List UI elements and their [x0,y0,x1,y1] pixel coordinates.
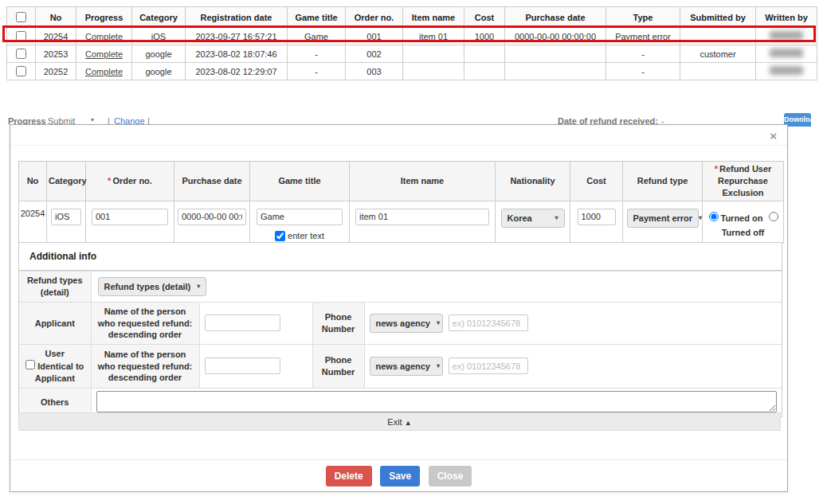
download-button[interactable]: Download [784,113,811,127]
col-progress: Progress [76,7,132,28]
hdr-item-name: Item name [350,162,496,201]
written-by-redacted [770,31,803,40]
enter-text-checkbox[interactable] [275,231,285,241]
cell-cost: 1000 [464,28,505,45]
close-button[interactable]: Close [429,466,472,486]
required-marker: * [715,164,718,174]
user-label: User Identical to Applicant [19,345,91,389]
page: No Progress Category Registration date G… [0,0,823,504]
turned-on-label: Turned on [720,213,762,223]
col-type: Type [606,7,680,28]
nationality-select[interactable]: Korea▾ [501,209,565,228]
col-category: Category [132,7,186,28]
cell-purchase-date [505,45,606,63]
item-name-input[interactable] [355,209,489,225]
chevron-down-icon: ▾ [197,283,200,290]
cell-category: google [132,45,186,63]
col-written-by: Written by [756,7,817,28]
order-no-input[interactable] [92,209,168,225]
cell-registration-date: 2023-08-02 18:07:46 [186,45,288,63]
row-checkbox[interactable] [16,49,26,59]
refund-detail-modal: × No Category *Order no. Purchase date G… [10,124,788,492]
written-by-redacted [770,66,803,75]
hdr-category: Category [47,162,86,201]
cell-category: google [132,63,186,80]
cell-item-name [403,45,464,63]
table-header-row: No Progress Category Registration date G… [7,7,817,28]
form-value-row: 20254 enter text Korea▾ Payment error▾ T… [19,201,784,243]
applicant-phone-input[interactable] [449,315,528,331]
cell-no: 20253 [36,45,76,63]
progress-link[interactable]: Complete [85,49,123,59]
chevron-down-icon: ▾ [699,214,702,221]
refund-types-select[interactable]: Refund types (detail)▾ [98,277,207,296]
category-input[interactable] [51,209,81,225]
chevron-down-icon: ▾ [437,362,440,369]
cost-input[interactable] [578,209,616,225]
hdr-no: No [19,162,47,201]
col-cost: Cost [464,7,505,28]
game-title-input[interactable] [257,209,343,225]
row-checkbox[interactable] [16,31,26,41]
cell-order-no: 002 [346,45,403,63]
row-checkbox[interactable] [16,66,26,76]
user-name-input[interactable] [205,357,280,374]
cell-submitted-by [680,63,756,80]
required-marker: * [108,176,111,186]
chevron-down-icon: ▾ [437,319,440,326]
applicant-phone-label: Phone Number [312,302,364,345]
table-row: 20253 Complete google 2023-08-02 18:07:4… [7,45,817,63]
exit-toggle-bar[interactable]: Exit ▲ [18,412,781,431]
cell-order-no: 001 [346,28,403,45]
close-icon[interactable]: × [770,131,777,142]
refund-list-table: No Progress Category Registration date G… [6,6,817,80]
col-game-title: Game title [288,7,346,28]
save-button[interactable]: Save [380,466,420,486]
progress-link[interactable]: Complete [85,67,123,76]
user-carrier-select[interactable]: news agency▾ [370,357,443,376]
cell-type: - [606,45,680,63]
user-name-label: Name of the person who requested refund:… [91,345,199,389]
turned-on-radio[interactable] [709,212,719,221]
form-header-row: No Category *Order no. Purchase date Gam… [19,162,784,201]
enter-text-label: enter text [288,231,324,240]
chevron-down-icon: ▾ [555,214,558,221]
identical-to-applicant-checkbox[interactable] [25,360,35,369]
refund-type-select[interactable]: Payment error▾ [627,209,699,228]
table-row: 20254 Complete iOS 2023-09-27 16:57:21 G… [7,28,817,45]
cell-purchase-date [505,63,606,80]
purchase-date-input[interactable] [178,209,246,225]
modal-footer: Delete Save Close [10,466,787,486]
select-all-checkbox[interactable] [16,12,26,22]
col-submitted-by: Submitted by [680,7,756,28]
turned-off-label: Turned off [722,228,765,237]
hdr-purchase-date: Purchase date [174,162,250,201]
cell-no: 20252 [36,63,76,80]
hdr-nationality: Nationality [496,162,570,201]
applicant-name-input[interactable] [205,315,280,331]
cell-order-no: 003 [346,63,403,80]
delete-button[interactable]: Delete [326,466,372,486]
cell-cost [464,63,505,80]
additional-info-title: Additional info [19,243,782,271]
written-by-redacted [770,49,803,57]
repurchase-exclusion-radios: Turned on Turned off [703,209,782,240]
others-textarea[interactable] [96,391,778,412]
cell-registration-date: 2023-08-02 12:29:07 [186,63,288,80]
cell-no: 20254 [36,28,76,45]
hdr-game-title: Game title [250,162,350,201]
col-item-name: Item name [403,7,464,28]
cell-game-title: - [288,45,346,63]
cell-submitted-by [680,28,756,45]
applicant-carrier-select[interactable]: news agency▾ [370,314,443,333]
user-phone-label: Phone Number [312,345,364,389]
col-no: No [36,7,76,28]
hdr-order-no: *Order no. [86,162,174,201]
turned-off-radio[interactable] [769,212,778,221]
cell-category: iOS [132,28,186,45]
hdr-refund-type: Refund type [623,162,703,201]
col-purchase-date: Purchase date [505,7,606,28]
applicant-row: Applicant Name of the person who request… [19,302,782,345]
user-phone-input[interactable] [449,357,528,374]
progress-link[interactable]: Complete [85,32,123,41]
